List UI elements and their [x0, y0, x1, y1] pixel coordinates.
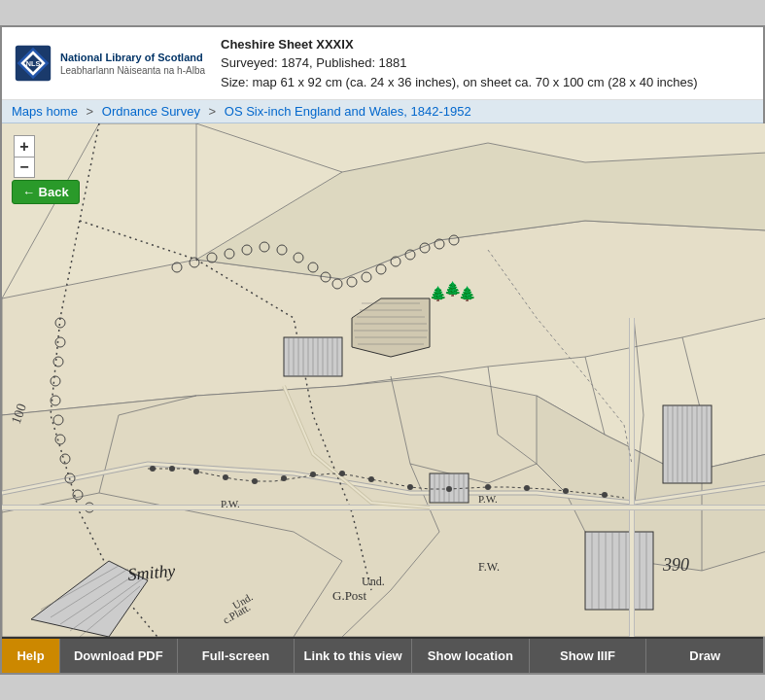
map-size: Size: map 61 x 92 cm (ca. 24 x 36 inches… [221, 73, 698, 92]
breadcrumb-sep-2: > [209, 104, 217, 119]
svg-text:🌲: 🌲 [459, 286, 476, 302]
back-button[interactable]: ← Back [12, 180, 80, 204]
download-pdf-button[interactable]: Download PDF [60, 639, 178, 673]
zoom-controls: + − [14, 135, 35, 178]
svg-point-121 [602, 492, 608, 498]
logo-text-block: National Library of Scotland Leabharlann… [60, 51, 205, 75]
breadcrumb-sep-1: > [87, 104, 94, 119]
org-name-gaelic: Leabharlann Nàiseanta na h-Alba [60, 65, 205, 76]
svg-point-114 [339, 471, 345, 476]
svg-point-119 [524, 485, 530, 491]
svg-point-112 [281, 475, 287, 481]
svg-point-113 [310, 472, 316, 477]
svg-point-111 [252, 478, 258, 484]
svg-text:F.W.: F.W. [478, 560, 500, 574]
draw-button[interactable]: Draw [646, 639, 763, 673]
svg-text:G.Post: G.Post [332, 588, 366, 603]
org-name: National Library of Scotland [60, 51, 205, 64]
show-location-button[interactable]: Show location [412, 639, 530, 673]
svg-point-120 [563, 488, 569, 494]
svg-point-116 [407, 484, 413, 490]
zoom-out-button[interactable]: − [14, 157, 35, 178]
nls-logo: NLS [14, 44, 52, 83]
breadcrumb-os-series[interactable]: OS Six-inch England and Wales, 1842-1952 [225, 104, 471, 119]
map-surveyed: Surveyed: 1874, Published: 1881 [221, 53, 698, 73]
svg-text:Und.: Und. [362, 575, 385, 588]
map-info: Cheshire Sheet XXXIX Surveyed: 1874, Pub… [221, 35, 698, 92]
header: NLS National Library of Scotland Leabhar… [2, 27, 763, 101]
svg-point-107 [150, 466, 156, 472]
svg-text:NLS: NLS [26, 59, 41, 68]
map-image: 🌲 🌲 🌲 Smithy G.Post Und. F.W. Und. c.Pla… [2, 123, 765, 637]
map-title: Cheshire Sheet XXXIX [221, 35, 698, 54]
breadcrumb: Maps home > Ordnance Survey > OS Six-inc… [2, 100, 763, 123]
full-screen-button[interactable]: Full-screen [178, 639, 296, 673]
zoom-in-button[interactable]: + [14, 135, 35, 157]
show-iiif-button[interactable]: Show IIIF [530, 639, 647, 673]
svg-text:390: 390 [662, 555, 689, 575]
toolbar: Help Download PDF Full-screen Link to th… [2, 637, 763, 673]
svg-point-108 [169, 466, 175, 472]
svg-text:P.W.: P.W. [478, 493, 498, 505]
breadcrumb-ordnance-survey[interactable]: Ordnance Survey [102, 104, 200, 119]
svg-text:Smithy: Smithy [127, 561, 177, 584]
svg-text:P.W.: P.W. [221, 498, 240, 509]
svg-point-118 [485, 484, 491, 490]
svg-point-115 [368, 476, 374, 482]
link-to-view-button[interactable]: Link to this view [295, 639, 412, 673]
svg-point-109 [193, 469, 199, 474]
svg-point-110 [223, 474, 228, 480]
breadcrumb-maps-home[interactable]: Maps home [12, 104, 78, 119]
help-button[interactable]: Help [2, 639, 60, 673]
map-area: 🌲 🌲 🌲 Smithy G.Post Und. F.W. Und. c.Pla… [2, 123, 765, 637]
svg-point-117 [446, 486, 452, 492]
logo-area: NLS National Library of Scotland Leabhar… [14, 44, 205, 83]
app-container: NLS National Library of Scotland Leabhar… [0, 25, 765, 676]
